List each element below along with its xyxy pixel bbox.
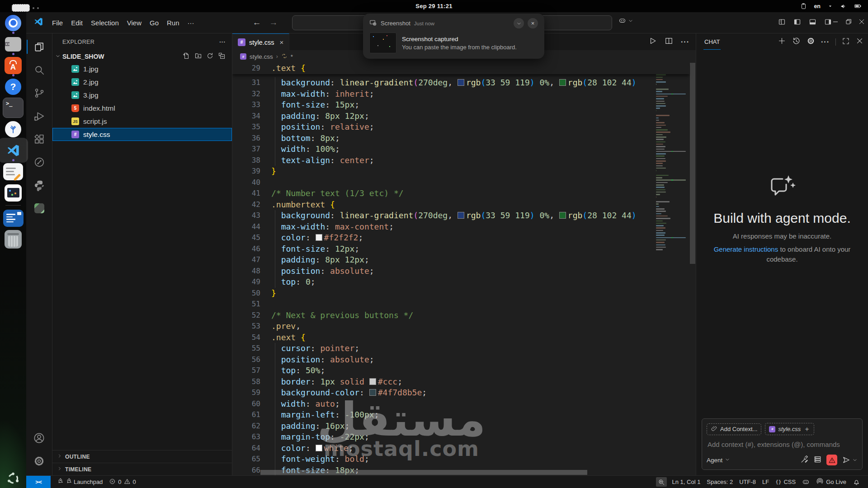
system-clock[interactable]: Sep 29 11:21 [0,3,868,9]
activitybar-settings-gear[interactable] [27,450,52,473]
activitybar-extensions[interactable] [27,127,52,150]
explorer-more-actions[interactable]: ··· [219,39,226,45]
problems-button[interactable]: 0 0 [106,476,139,488]
back-button[interactable]: ← [253,18,261,28]
toast-collapse-button[interactable] [514,18,524,28]
code-editor[interactable]: 31 background: linear-gradient(270deg, r… [232,63,696,475]
remote-indicator[interactable]: >< [26,476,51,488]
toast-close-button[interactable]: × [528,18,538,28]
clipboard-icon[interactable] [800,3,807,9]
keyboard-layout[interactable]: en [814,3,821,9]
vertical-scrollbar[interactable] [689,63,696,475]
section-timeline[interactable]: TIMELINE [52,463,232,475]
panel-bottom-icon[interactable] [809,18,816,28]
notification-toast[interactable]: Screenshot Just now × Screenshot capture… [363,14,544,59]
forward-button[interactable]: → [269,18,278,28]
dock-trash[interactable] [0,229,26,250]
menu-view[interactable]: View [123,17,146,28]
dock-vscode[interactable] [0,140,26,161]
file-script.js[interactable]: JSscript.js [52,115,232,128]
sidebar-left-icon[interactable] [793,18,801,28]
launchpad-button[interactable]: Launchpad [53,476,106,488]
kebab-icon[interactable]: ··· [681,38,689,46]
menu-run[interactable]: Run [163,17,184,28]
activitybar-python[interactable] [27,174,52,197]
play-icon[interactable] [648,37,657,47]
volume-icon[interactable] [840,3,847,10]
sidebar-right-icon[interactable] [824,18,832,28]
tab-close-icon[interactable]: × [280,38,284,46]
add-context-button[interactable]: Add Context... [707,423,761,435]
activitybar-source-control[interactable] [27,81,52,104]
send-button[interactable] [842,455,858,465]
activitybar-live-share[interactable] [27,150,52,174]
horizontal-scrollbar[interactable] [260,470,601,475]
chat-input-box[interactable]: Add Context... # style.css ＋ Add context… [702,418,863,470]
close-icon[interactable] [858,18,865,27]
tools-icon[interactable] [800,455,809,465]
activitybar-search[interactable] [27,58,52,81]
menu-selection[interactable]: Selection [87,17,123,28]
chat-kebab-icon[interactable]: ··· [821,38,830,46]
encoding[interactable]: UTF-8 [736,476,759,488]
new-file-icon[interactable] [183,52,190,61]
zoom-indicator[interactable] [656,477,667,487]
menu-edit[interactable]: Edit [67,17,87,28]
menu-[interactable]: ··· [184,17,198,28]
collapse-all-icon[interactable] [218,52,226,61]
split-editor-icon[interactable] [665,37,673,47]
cursor-position[interactable]: Ln 1, Col 1 [669,476,703,488]
file-style.css[interactable]: #style.css [52,128,232,141]
dock-text-editor[interactable] [0,161,26,182]
menu-file[interactable]: File [48,17,67,28]
activitybar-accounts[interactable] [27,427,52,450]
file-index.html[interactable]: 5index.html [52,102,232,115]
add-file-icon[interactable]: ＋ [803,425,810,433]
mcp-servers-icon[interactable] [813,455,822,465]
generate-instructions-link[interactable]: Generate instructions [714,245,778,253]
context-file-pill[interactable]: # style.css ＋ [765,423,814,435]
notifications-bell-icon[interactable] [849,476,863,488]
copilot-status-icon[interactable] [799,476,813,488]
show-apps-button[interactable] [0,472,26,485]
copilot-button[interactable] [618,17,633,24]
file-2.jpg[interactable]: 2.jpg [52,75,232,89]
chat-close-icon[interactable] [856,37,863,47]
activitybar-extension-colored[interactable] [27,197,52,220]
dock-terminal-window[interactable] [0,33,26,55]
dock-terminal[interactable]: >_ [0,97,26,118]
breadcrumb-file[interactable]: style.css [250,53,273,60]
sticky-scroll-line[interactable]: 29.text { [232,63,689,74]
warning-badge[interactable] [826,455,837,465]
new-folder-icon[interactable] [194,52,202,61]
battery-icon[interactable] [854,2,862,10]
file-3.jpg[interactable]: 3.jpg [52,89,232,102]
menu-go[interactable]: Go [146,17,163,28]
indentation[interactable]: Spaces: 2 [703,476,736,488]
activitybar-explorer[interactable] [27,35,52,58]
chat-gear-icon[interactable] [807,37,815,47]
dock-libreoffice-writer[interactable] [0,207,26,229]
dock-help[interactable]: ? [0,76,26,97]
file-1.jpg[interactable]: 1.jpg [52,62,232,75]
breadcrumb-symbol[interactable]: * [291,53,293,60]
activitybar-run-debug[interactable] [27,104,52,127]
folder-header[interactable]: SLIDE_SHOW [52,51,232,62]
minimize-icon[interactable] [832,18,839,27]
minimap[interactable] [653,63,689,475]
chat-expand-icon[interactable] [842,37,850,47]
chat-plus-icon[interactable] [778,37,786,47]
tab-style-css[interactable]: # style.css × [232,33,289,51]
dock-coral-app[interactable] [0,118,26,140]
agent-mode-dropdown[interactable]: Agent [707,457,730,464]
refresh-icon[interactable] [206,52,214,61]
chat-input-placeholder[interactable]: Add context (#), extensions (@), command… [708,441,857,448]
system-tray[interactable]: en [800,0,862,12]
dock-chromium[interactable] [0,12,26,33]
go-live-button[interactable]: Go Live [813,476,849,488]
section-outline[interactable]: OUTLINE [52,450,232,463]
chat-history-icon[interactable] [792,37,801,47]
tab-chat[interactable]: CHAT [703,34,721,50]
language-mode[interactable]: {} CSS [772,476,799,488]
eol-sequence[interactable]: LF [759,476,772,488]
